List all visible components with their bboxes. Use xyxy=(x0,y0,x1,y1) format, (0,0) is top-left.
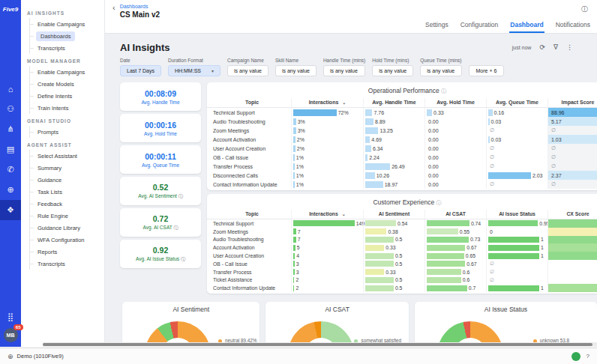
sidebar-item-train-intents[interactable]: Train Intents xyxy=(30,102,101,114)
table-row[interactable]: Zoom Meetings 3% 13.25 0.00 ∅ ∅ xyxy=(207,126,597,135)
sidebar-item-summary[interactable]: Summary xyxy=(30,162,101,174)
kpi-avg-hold-time[interactable]: 00:00:16 Avg. Hold Time xyxy=(120,114,201,142)
score-cell: 0. xyxy=(548,243,597,252)
column-header-sorted[interactable]: Interactions⌄ xyxy=(291,98,363,108)
value-cell: ∅ xyxy=(486,180,548,189)
kebab-menu-icon[interactable]: ⋮ xyxy=(566,43,573,51)
tab-dashboard[interactable]: Dashboard xyxy=(509,18,544,33)
value-cell: 2 xyxy=(291,284,363,292)
hold-time-filter-value[interactable]: is any value xyxy=(372,65,413,76)
skill-name-filter-value[interactable]: is any value xyxy=(275,65,316,76)
table-row[interactable]: Technical Support 149 0.54 0.74 0.95 0. xyxy=(207,219,597,228)
sidebar-item-wfa-configuration[interactable]: WFA Configuration xyxy=(30,234,101,246)
breadcrumb-link[interactable]: Dashboards xyxy=(120,4,160,9)
sidebar-item-guidance[interactable]: Guidance xyxy=(30,174,101,186)
notes-icon[interactable]: ▤ xyxy=(0,139,21,160)
column-header[interactable]: Avg. Queue Time xyxy=(486,98,548,108)
operational-performance-title: Operational Performance ⓘ xyxy=(207,85,597,98)
info-icon[interactable]: ⓘ xyxy=(581,4,588,14)
date-filter-value[interactable]: Last 7 Days xyxy=(120,65,161,76)
table-row[interactable]: Ticket Assistance 2 0.5 0.6 ∅ xyxy=(207,276,597,285)
table-row[interactable]: Transfer Process 1% 26.49 0.00 ∅ ∅ xyxy=(207,162,597,171)
score-cell: 1.03 xyxy=(548,135,597,144)
users-icon[interactable]: ⚇ xyxy=(0,99,21,119)
table-row[interactable]: Contact Information Update 1% 18.97 0.00… xyxy=(207,180,597,189)
sidebar-item-task-lists[interactable]: Task Lists xyxy=(30,186,101,198)
kpi-avg-handle-time[interactable]: 00:08:09 Avg. Handle Time xyxy=(120,82,201,111)
sidebar-item-create-models[interactable]: Create Models xyxy=(30,78,101,90)
agent-status-icon[interactable] xyxy=(572,352,580,361)
more-filters-button[interactable]: More + 6 xyxy=(469,65,505,76)
horizontal-scrollbar[interactable] xyxy=(43,342,597,347)
sidebar-item-dashboards[interactable]: Dashboards xyxy=(30,30,101,42)
kpi-avg-ai-sentiment[interactable]: 0.52 Avg. AI Sentiment ⓘ xyxy=(120,177,201,205)
tab-configuration[interactable]: Configuration xyxy=(460,18,500,33)
scrollbar-thumb[interactable] xyxy=(43,343,592,346)
sidebar-item-enable-campaigns-mm[interactable]: Enable Campaigns xyxy=(30,66,101,78)
score-cell: ∅ xyxy=(548,153,597,162)
filter-icon[interactable]: ∇ xyxy=(554,43,558,51)
column-header[interactable]: Impact Score xyxy=(548,98,597,108)
table-row[interactable]: Account Activation 5 0.33 0.67 1 0. xyxy=(207,243,597,252)
column-header[interactable]: Topic xyxy=(207,98,291,108)
table-row[interactable]: OB - Call Issue 1% 2.24 0.00 ∅ ∅ xyxy=(207,153,597,162)
column-header[interactable]: AI Issue Status xyxy=(486,210,548,219)
column-header[interactable]: CX Score xyxy=(548,210,597,219)
column-header-sorted[interactable]: Interactions⌄ xyxy=(291,210,363,219)
workflow-icon[interactable]: ⋔ xyxy=(0,119,21,139)
table-row[interactable]: Audio Troubleshooting 3% 8.89 0.00 0.03 … xyxy=(207,117,597,126)
kpi-avg-queue-time[interactable]: 00:00:11 Avg. Queue Time xyxy=(120,145,201,174)
table-row[interactable]: User Account Creation 4 0.5 0.65 1 0. xyxy=(207,252,597,260)
tenant-label: Demo (1010Five9) xyxy=(17,353,64,360)
agent-assist-icon[interactable]: ❖ xyxy=(0,200,21,220)
table-row[interactable]: OB - Call Issue 3 0.5 0.67 ∅ xyxy=(207,260,597,268)
queue-time-filter-value[interactable]: is any value xyxy=(420,65,461,76)
handle-time-filter-value[interactable]: is any value xyxy=(323,65,365,76)
apps-grid-icon[interactable]: ⣿ xyxy=(8,312,14,322)
table-row[interactable]: Technical Support 72% 7.76 0.33 0.16 88.… xyxy=(207,108,597,117)
home-icon[interactable]: ⌂ xyxy=(0,79,21,99)
sidebar-item-reports[interactable]: Reports xyxy=(30,246,101,258)
column-header[interactable]: AI Sentiment xyxy=(363,210,424,219)
column-header[interactable]: Avg. Hold Time xyxy=(424,98,486,108)
table-row[interactable]: Transfer Process 3 0.33 0.6 ∅ xyxy=(207,268,597,276)
sidebar-item-prompts[interactable]: Prompts xyxy=(30,126,101,138)
table-row[interactable]: Zoom Meetings 7 0.38 0.55 0 0. xyxy=(207,228,597,236)
value-cell: 0.00 xyxy=(424,135,486,144)
sidebar-item-transcripts-aa[interactable]: Transcripts xyxy=(30,258,101,270)
sidebar-item-feedback[interactable]: Feedback xyxy=(30,198,101,210)
kpi-avg-ai-csat[interactable]: 0.72 Avg. AI CSAT ⓘ xyxy=(120,208,201,237)
back-button[interactable]: ‹ xyxy=(112,4,116,11)
table-row[interactable]: Audio Troubleshooting 7 0.5 0.73 1 0. xyxy=(207,236,597,244)
info-icon[interactable]: ⓘ xyxy=(441,88,446,94)
sidebar-item-enable-campaigns[interactable]: Enable Campaigns xyxy=(30,18,101,30)
value-cell: 0.00 xyxy=(424,171,486,180)
refresh-icon[interactable]: ⟳ xyxy=(539,43,545,51)
sidebar-item-select-assistant[interactable]: Select Assistant xyxy=(30,150,101,162)
ai-issue-status-chart-card: AI Issue Status unknown 53.8 resolved 42… xyxy=(415,302,597,346)
filter-queue-time: Queue Time (mins) is any value xyxy=(420,58,461,76)
avatar[interactable]: MB 65 xyxy=(4,328,18,342)
info-icon[interactable]: ⓘ xyxy=(436,200,442,205)
campaign-name-filter-value[interactable]: is any value xyxy=(227,65,268,76)
phone-settings-icon[interactable]: ✆ xyxy=(0,160,21,180)
value-cell: 0.6 xyxy=(424,276,486,285)
tab-notifications[interactable]: Notifications xyxy=(555,18,591,33)
sidebar-item-guidance-library[interactable]: Guidance Library xyxy=(30,222,101,234)
table-row[interactable]: User Account Creation 2% 6.34 0.00 ∅ ∅ xyxy=(207,144,597,153)
column-header[interactable]: Topic xyxy=(207,210,291,219)
help-icon[interactable]: ? xyxy=(586,353,590,360)
column-header[interactable]: Avg. Handle Time xyxy=(363,98,424,108)
globe-icon[interactable]: ⊕ xyxy=(0,180,21,200)
sidebar-item-define-intents[interactable]: Define Intents xyxy=(30,90,101,102)
score-cell: 0. xyxy=(548,236,597,244)
table-row[interactable]: Contact Information Update 2 0.5 0.7 1 0… xyxy=(207,284,597,292)
tab-settings[interactable]: Settings xyxy=(424,18,449,33)
column-header[interactable]: AI CSAT xyxy=(424,210,486,219)
kpi-avg-ai-issue-status[interactable]: 0.92 Avg. AI Issue Status ⓘ xyxy=(120,240,201,268)
table-row[interactable]: Account Activation 2% 4.69 0.00 0.03 1.0… xyxy=(207,135,597,144)
duration-format-dropdown[interactable]: HH:MM:SS ▾ xyxy=(168,65,220,76)
sidebar-item-transcripts[interactable]: Transcripts xyxy=(30,42,101,54)
sidebar-item-rule-engine[interactable]: Rule Engine xyxy=(30,210,101,222)
table-row[interactable]: Disconnected Calls 1% 10.26 0.00 2.03 2.… xyxy=(207,171,597,180)
